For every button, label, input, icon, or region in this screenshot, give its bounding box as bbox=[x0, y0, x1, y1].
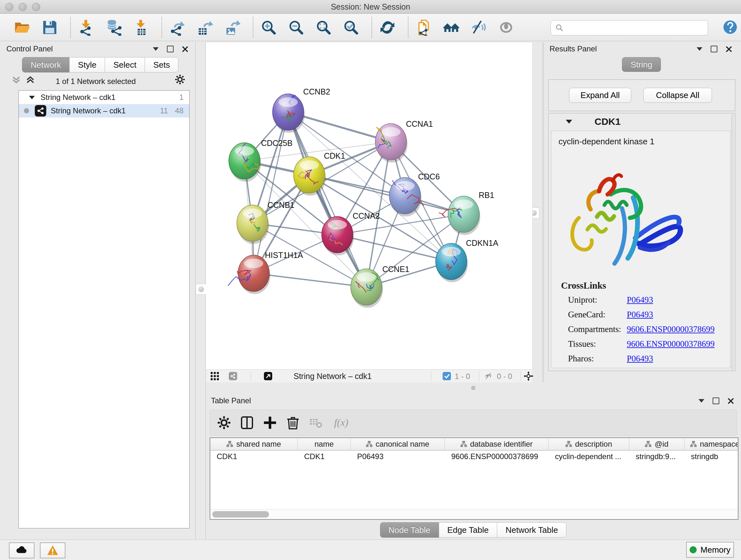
tab-edge-table[interactable]: Edge Table bbox=[439, 522, 497, 538]
network-node[interactable] bbox=[322, 216, 354, 255]
results-scrollbar[interactable] bbox=[731, 114, 734, 370]
highlight-icon[interactable] bbox=[498, 19, 515, 36]
collection-expand-icon[interactable] bbox=[29, 96, 35, 99]
import-network-icon[interactable] bbox=[78, 19, 94, 36]
entry-collapse-icon[interactable] bbox=[566, 120, 572, 124]
function-icon[interactable]: f(x) bbox=[331, 415, 356, 430]
entry-detail: cyclin-dependent kinase 1 bbox=[551, 131, 731, 368]
column-header-name[interactable]: name bbox=[298, 438, 351, 450]
left-splitter-handle[interactable] bbox=[196, 284, 206, 295]
crosslink-value-link[interactable]: P06493 bbox=[627, 295, 653, 305]
panel-close-icon[interactable] bbox=[182, 46, 188, 52]
column-header-description[interactable]: description bbox=[549, 438, 629, 450]
hidden-eye-icon[interactable] bbox=[484, 372, 492, 380]
open-session-icon[interactable] bbox=[14, 19, 30, 36]
network-row[interactable]: String Network – cdk1 11 48 bbox=[19, 104, 189, 118]
column-header-canonical-name[interactable]: canonical name bbox=[351, 438, 445, 450]
panel-float-icon[interactable] bbox=[713, 397, 719, 404]
collapse-all-button[interactable]: Collapse All bbox=[643, 88, 712, 103]
entry-header[interactable]: CDK1 bbox=[549, 113, 735, 130]
cloud-icon[interactable] bbox=[9, 543, 35, 558]
panel-close-icon[interactable] bbox=[726, 46, 732, 52]
table-row[interactable]: CDK1CDK1P064939606.ENSP00000378699cyclin… bbox=[210, 450, 738, 462]
crosslink-value-link[interactable]: 9606.ENSP00000378699 bbox=[627, 324, 715, 334]
export-view-icon[interactable] bbox=[264, 372, 272, 380]
svg-text:CDK1: CDK1 bbox=[324, 151, 345, 160]
network-node[interactable] bbox=[375, 124, 408, 163]
gear-icon[interactable] bbox=[174, 74, 186, 85]
help-icon[interactable] bbox=[723, 19, 738, 35]
svg-text:f(x): f(x) bbox=[334, 417, 348, 428]
network-collection-row[interactable]: String Network – cdk1 1 bbox=[19, 91, 189, 104]
network-node[interactable] bbox=[228, 255, 270, 294]
network-node[interactable] bbox=[229, 143, 261, 182]
tab-network[interactable]: Network bbox=[22, 57, 70, 72]
import-database-icon[interactable] bbox=[105, 19, 122, 36]
svg-text:CDC25B: CDC25B bbox=[261, 138, 293, 147]
save-session-icon[interactable] bbox=[42, 19, 58, 36]
column-header-database-identifier[interactable]: database identifier bbox=[445, 438, 549, 450]
collapse-all-icon[interactable] bbox=[11, 76, 21, 84]
network-node[interactable] bbox=[293, 157, 326, 196]
hide-unhide-icon[interactable] bbox=[470, 19, 487, 36]
panel-collapse-icon[interactable] bbox=[697, 47, 702, 51]
panel-float-icon[interactable] bbox=[711, 46, 718, 52]
panel-close-icon[interactable] bbox=[728, 398, 734, 404]
add-column-icon[interactable] bbox=[262, 415, 278, 430]
crosslink-value-link[interactable]: P06493 bbox=[627, 310, 653, 320]
bottom-splitter-handle[interactable] bbox=[471, 386, 475, 390]
tab-style[interactable]: Style bbox=[69, 57, 105, 72]
zoom-fit-icon[interactable] bbox=[315, 19, 332, 36]
tab-network-table[interactable]: Network Table bbox=[497, 522, 566, 538]
network-node[interactable] bbox=[389, 178, 424, 216]
crosslink-value-link[interactable]: 9606.ENSP00000378699 bbox=[627, 339, 715, 349]
network-canvas[interactable]: CCNB2CCNA1CDC25BCDK1CDC6RB1CCNB1CCNA2CDK… bbox=[206, 43, 533, 369]
selected-checkbox[interactable] bbox=[443, 372, 451, 380]
network-node[interactable] bbox=[237, 205, 269, 244]
delete-column-icon[interactable] bbox=[285, 415, 300, 430]
columns-icon[interactable] bbox=[239, 415, 255, 430]
tab-sets[interactable]: Sets bbox=[145, 57, 179, 72]
panel-float-icon[interactable] bbox=[167, 46, 174, 52]
network-node[interactable] bbox=[273, 94, 305, 133]
table-hscrollbar[interactable] bbox=[210, 509, 738, 519]
zoom-out-icon[interactable] bbox=[288, 19, 305, 36]
expand-all-button[interactable]: Expand All bbox=[569, 88, 631, 103]
gene-description: cyclin-dependent kinase 1 bbox=[558, 137, 655, 146]
zoom-selected-icon[interactable] bbox=[343, 19, 359, 36]
memory-button[interactable]: Memory bbox=[686, 542, 734, 558]
share-annotation-icon[interactable] bbox=[229, 372, 237, 380]
network-node[interactable] bbox=[439, 196, 480, 235]
tab-select[interactable]: Select bbox=[105, 57, 145, 72]
string-import-icon[interactable] bbox=[415, 19, 432, 36]
network-node[interactable] bbox=[435, 243, 468, 282]
crosslink-value-link[interactable]: P06493 bbox=[627, 354, 653, 364]
home-icon[interactable] bbox=[443, 19, 460, 36]
crosslink-label: Uniprot: bbox=[568, 295, 597, 305]
search-box[interactable] bbox=[550, 20, 708, 36]
column-header-namespace[interactable]: namespace bbox=[684, 438, 738, 450]
warning-icon[interactable] bbox=[40, 543, 65, 558]
panel-collapse-icon[interactable] bbox=[698, 399, 704, 402]
tab-node-table[interactable]: Node Table bbox=[380, 522, 439, 538]
grid-view-icon[interactable] bbox=[211, 372, 219, 380]
panel-collapse-icon[interactable] bbox=[153, 47, 158, 51]
search-input[interactable] bbox=[567, 22, 703, 33]
column-header-shared-name[interactable]: shared name bbox=[210, 438, 298, 450]
tab-string[interactable]: String bbox=[622, 57, 661, 72]
export-network-icon[interactable] bbox=[169, 19, 186, 36]
clear-table-icon[interactable] bbox=[308, 415, 324, 430]
table-panel: Table Panel f(x) shared namenamecanonica… bbox=[206, 394, 741, 540]
scrollbar-thumb[interactable] bbox=[212, 511, 269, 517]
table-cell: CDK1 bbox=[210, 450, 298, 462]
node-table[interactable]: shared namenamecanonical namedatabase id… bbox=[210, 437, 738, 520]
column-header-@id[interactable]: @id bbox=[629, 438, 684, 450]
pan-crosshair-icon[interactable] bbox=[524, 371, 533, 381]
gear-icon[interactable] bbox=[216, 415, 232, 430]
import-table-icon[interactable] bbox=[133, 19, 149, 36]
network-node[interactable] bbox=[351, 269, 383, 308]
zoom-in-icon[interactable] bbox=[260, 19, 277, 36]
export-image-icon[interactable] bbox=[224, 19, 241, 36]
export-table-icon[interactable] bbox=[197, 19, 213, 36]
refresh-icon[interactable] bbox=[379, 19, 396, 36]
